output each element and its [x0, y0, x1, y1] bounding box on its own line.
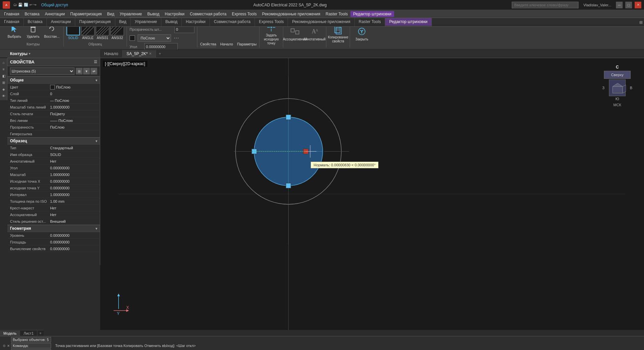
drawing-svg[interactable]: [100, 58, 644, 330]
tab-vyvod[interactable]: Вывод: [161, 18, 182, 26]
user-label: Vladislav_Valer...: [583, 3, 611, 7]
properties-panel: СВОЙСТВА ☰ Штриховка (5) ⊞ ▼ ⇄ Общие ▾ Ц…: [7, 58, 100, 265]
prop-angle: Угол 0.00000000: [7, 165, 100, 171]
prop-origin-x: Исходная точка X 0.00000000: [7, 178, 100, 185]
layout1-tab[interactable]: Лист1: [20, 331, 37, 336]
prop-linetype-scale: Масштаб типа линий 1.00000000: [7, 104, 100, 111]
shared-label[interactable]: Общий доступ: [41, 3, 68, 7]
origin-tab[interactable]: Начало: [220, 42, 233, 47]
contours-arrow-icon: ▾: [29, 52, 30, 55]
tab-annotacii[interactable]: Аннотации: [47, 18, 75, 26]
tab-sovmest[interactable]: Совместная работа: [210, 18, 255, 26]
properties-tab[interactable]: Свойства: [200, 42, 216, 47]
tab-home[interactable]: Начало: [100, 50, 123, 57]
prop-cross: Крест-накрест Нет: [7, 205, 100, 211]
tab-express[interactable]: Express Tools: [255, 18, 288, 26]
prop-pen-thickness: Толщина пера по ISO 1.00 mm: [7, 198, 100, 205]
main-viewport[interactable]: [-][Сверху][2D-каркас]: [100, 58, 644, 330]
menu-glavnaya[interactable]: Главная: [1, 11, 22, 17]
menu-vstavka[interactable]: Вставка: [22, 11, 42, 17]
tab-hatch-editor[interactable]: Редактор штриховки: [385, 18, 432, 26]
svg-rect-26: [335, 26, 340, 33]
angle-label: Угол: [130, 45, 143, 49]
geometry-section-header[interactable]: Геометрия ▾: [7, 225, 100, 232]
pattern-section-arrow: ▾: [96, 139, 97, 143]
navcube-east-letter: В: [630, 86, 632, 90]
menu-hatch-editor[interactable]: Редактор штриховки: [350, 11, 394, 17]
menu-recommended[interactable]: Рекомендованные приложения: [259, 11, 323, 17]
menu-express[interactable]: Express Tools: [229, 11, 259, 17]
cmd-command: Команда:: [11, 343, 51, 348]
general-section-header[interactable]: Общие ▾: [7, 76, 100, 84]
menu-vyvod[interactable]: Вывод: [145, 11, 162, 17]
menu-vid[interactable]: Вид: [105, 11, 117, 17]
color-select[interactable]: ПоСлою: [138, 34, 171, 42]
tool-properties[interactable]: ◧: [1, 73, 7, 79]
prop-interval: Интервал 1.00000000: [7, 191, 100, 198]
acad-logo: A: [3, 1, 10, 9]
color-swatch: [130, 35, 135, 41]
tab-parametrizaciya[interactable]: Параметризация: [75, 18, 115, 26]
params-tab[interactable]: Параметры: [237, 42, 257, 47]
close-button[interactable]: ✕: [635, 2, 641, 8]
tool-home[interactable]: ⌂: [1, 59, 7, 65]
prop-lineweight: Вес линии —— ПоСлою: [7, 117, 100, 124]
svg-marker-4: [49, 28, 50, 29]
tab-glavnaya[interactable]: Главная: [0, 18, 24, 26]
search-input[interactable]: [512, 2, 579, 8]
props-panel-header: СВОЙСТВА ☰: [7, 58, 100, 66]
tab-nastroiki[interactable]: Настройки: [182, 18, 210, 26]
add-layout-button[interactable]: +: [37, 330, 44, 336]
minimize-button[interactable]: ─: [616, 2, 623, 8]
menu-raster[interactable]: Raster Tools: [323, 11, 350, 17]
prop-print-style: Стиль печати ПоЦвету: [7, 111, 100, 117]
props-select-all-btn[interactable]: ⊞: [76, 68, 83, 74]
menu-nastroiki[interactable]: Настройки: [162, 11, 187, 17]
tab-add-button[interactable]: +: [156, 50, 164, 57]
menu-annotacii[interactable]: Аннотации: [42, 11, 67, 17]
general-section-arrow: ▾: [96, 78, 97, 82]
tool-layers[interactable]: ≡: [1, 66, 7, 72]
props-toggle-btn[interactable]: ⇄: [91, 68, 97, 74]
tab-recommended[interactable]: Рекомендованные приложения: [288, 18, 354, 26]
tool-materials[interactable]: ◈: [1, 86, 7, 92]
collapse-ribbon-icon[interactable]: ⊞: [639, 18, 643, 26]
tab-close-icon[interactable]: ✕: [149, 52, 152, 55]
navcube-top-face[interactable]: Сверху: [604, 71, 631, 79]
command-prompt: Точка растягивания или [Базовая точка Ко…: [55, 344, 196, 348]
model-tab[interactable]: Модель: [0, 331, 20, 336]
navcube-cube[interactable]: [609, 79, 626, 96]
props-object-select[interactable]: Штриховка (5): [10, 67, 74, 75]
status-bar: ⚙ ✕ Выбрано объектов: 5 Команда: ** РАСТ…: [0, 336, 644, 350]
menu-upravlenie[interactable]: Управление: [117, 11, 145, 17]
prop-calc: Вычисление свойств 0.00000000: [7, 245, 100, 252]
tab-upravlenie[interactable]: Управление: [131, 18, 161, 26]
tool-groups[interactable]: ⊞: [1, 79, 7, 85]
props-menu-icon[interactable]: ☰: [94, 60, 97, 64]
svg-rect-41: [286, 115, 291, 120]
prop-transparency: Прозрачность ПоСлою: [7, 124, 100, 131]
menubar: Главная Вставка Аннотации Параметризация…: [0, 10, 644, 18]
prop-annotative: Аннотативный Нет: [7, 158, 100, 165]
tab-raster[interactable]: Raster Tools: [355, 18, 385, 26]
navcube-msk-label: МСК: [601, 103, 634, 107]
props-filter-btn[interactable]: ▼: [83, 68, 90, 74]
prop-level: Уровень 0.00000000: [7, 232, 100, 239]
navcube[interactable]: С Сверху З В Ю МСК: [601, 65, 634, 105]
tab-vid[interactable]: Вид: [115, 18, 131, 26]
titlebar-right: Vladislav_Valer... ─ □ ✕: [512, 2, 641, 8]
menu-parametrizaciya[interactable]: Параметризация: [67, 11, 104, 17]
maximize-button[interactable]: □: [625, 2, 632, 8]
titlebar-left: A 🗂 💾 🔄 ↩ ↪ Общий доступ: [3, 1, 68, 9]
tool-view[interactable]: 👁: [1, 93, 7, 99]
prop-color: Цвет ПоСлою: [7, 84, 100, 91]
titlebar: A 🗂 💾 🔄 ↩ ↪ Общий доступ AutoCAD Electri…: [0, 0, 644, 10]
color-swatch-small: [50, 85, 55, 90]
color-picker-icon[interactable]: ⋯: [174, 35, 179, 41]
command-close-icon[interactable]: ✕: [7, 344, 10, 348]
menu-sovmest[interactable]: Совместная работа: [187, 11, 229, 17]
tab-vstavka[interactable]: Вставка: [24, 18, 47, 26]
tab-document[interactable]: SA_5P_2K* ✕: [123, 50, 156, 57]
pattern-section-header[interactable]: Образец ▾: [7, 137, 100, 145]
statusbar-toggle-icon[interactable]: ⚙: [3, 344, 6, 348]
